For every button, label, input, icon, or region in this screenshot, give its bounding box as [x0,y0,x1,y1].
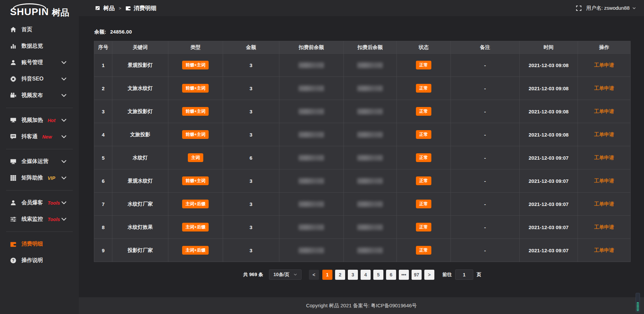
sidebar-item-视频加热[interactable]: 视频加热Hot [0,112,79,128]
keyword-cell: 水纹灯效果 [112,216,168,239]
sidebar-item-会员爆客[interactable]: 会员爆客Tools [0,195,79,211]
status-badge: 正常 [396,193,450,216]
keyword-cell: 水纹灯厂家 [112,193,168,216]
status-badge: 正常 [416,61,431,69]
keyword-cell: 文旅水纹灯 [112,77,168,100]
more-pages-button[interactable]: ••• [399,270,409,280]
work-order-link[interactable]: 工单申请 [594,247,614,253]
next-page-button[interactable]: > [424,270,434,280]
pagination: 共 969 条 10条/页 < 123456•••97 > 前往 页 [94,269,631,280]
chevron-down-icon [61,92,67,99]
column-header: 状态 [396,41,450,54]
balance-before-redacted [279,169,343,193]
time-cell: 2021-12-03 09:07 [519,146,578,169]
page-button-2[interactable]: 2 [335,270,345,280]
work-order-link: 工单申请 [578,100,631,123]
page-size-select[interactable]: 10条/页 [269,269,301,280]
balance-after-redacted [357,155,383,161]
balance-after-redacted [343,100,396,123]
page-button-6[interactable]: 6 [386,270,396,280]
topbar: 树品 > 消费明细 用户名: zswodun88 [79,0,644,16]
fullscreen-icon[interactable] [576,5,582,11]
sidebar-item-数据总览[interactable]: 数据总览 [0,38,79,54]
time-cell: 2021-12-03 09:07 [519,239,578,262]
table-header-row: 序号关键词类型金额扣费前余额扣费后余额状态备注时间操作 [94,41,631,54]
work-order-link[interactable]: 工单申请 [594,155,614,160]
balance-before-redacted [279,146,343,169]
column-header: 金额 [223,41,279,54]
sidebar-item-抖音SEO[interactable]: 抖音SEO [0,71,79,87]
sidebar-item-label: 视频加热 [21,117,43,124]
sidebar-item-全媒体运营[interactable]: 全媒体运营 [0,153,79,170]
sidebar-item-操作说明[interactable]: ?操作说明 [0,252,79,269]
sidebar-item-账号管理[interactable]: 账号管理 [0,54,79,71]
sidebar-item-badge: New [42,134,52,140]
amount-cell: 3 [223,169,279,193]
table-row: 1景观投影灯前缀+主词3正常-2021-12-03 09:08工单申请 [94,54,631,77]
sidebar-item-矩阵助推[interactable]: 矩阵助推VIP [0,170,79,186]
balance-before-redacted [279,216,343,239]
page-button-1[interactable]: 1 [322,270,332,280]
type-badge: 前缀+主词 [168,100,223,123]
gear-icon [10,76,16,82]
page-button-97[interactable]: 97 [412,270,422,280]
note-cell: - [451,193,520,216]
work-order-link[interactable]: 工单申请 [594,62,614,68]
page-button-5[interactable]: 5 [373,270,383,280]
goto-page-input[interactable] [455,269,473,280]
work-order-link[interactable]: 工单申请 [594,178,614,184]
breadcrumb-separator: > [119,6,121,11]
balance-after-redacted [343,54,396,77]
sliders-icon [10,216,16,222]
note-cell: - [451,169,520,193]
work-order-link[interactable]: 工单申请 [594,201,614,207]
menu-divider [6,190,73,191]
work-order-link[interactable]: 工单申请 [594,132,614,137]
breadcrumb-item-home[interactable]: 树品 [103,4,115,12]
time-cell: 2021-12-03 09:07 [519,193,578,216]
question-icon: ? [10,257,16,264]
username[interactable]: 用户名: zswodun88 [586,5,630,11]
work-order-link[interactable]: 工单申请 [594,108,614,114]
balance-before-redacted [299,86,324,91]
type-badge: 前缀+主词 [182,61,209,69]
table-row: 8水纹灯效果主词+后缀3正常-2021-12-03 09:07工单申请 [94,216,631,239]
sidebar-item-视频发布[interactable]: 视频发布 [0,87,79,104]
balance-after-redacted [357,248,383,253]
time-cell: 2021-12-03 09:08 [519,123,578,146]
sidebar-item-badge: Hot [48,118,55,123]
prev-page-button[interactable]: < [309,270,319,280]
goto-unit: 页 [477,272,481,278]
sidebar-item-消费明细[interactable]: 消费明细 [0,236,79,252]
note-cell: - [451,239,520,262]
row-index: 9 [94,239,112,262]
work-order-link: 工单申请 [578,123,631,146]
video-camera-icon [10,92,16,99]
sidebar-item-线索监控[interactable]: 线索监控Tools [0,211,79,227]
breadcrumb: 树品 > 消费明细 [95,4,157,12]
amount-cell: 3 [223,216,279,239]
type-badge: 前缀+主词 [168,169,223,193]
balance-after-redacted [357,132,383,138]
chevron-down-icon[interactable] [632,6,636,10]
chevron-down-icon [61,175,67,181]
sidebar-item-label: 抖客通 [21,133,38,140]
status-badge: 正常 [396,239,450,262]
page-button-3[interactable]: 3 [348,270,358,280]
page-button-4[interactable]: 4 [361,270,371,280]
mini-scrollbar[interactable] [636,293,640,312]
panel-icon [95,5,100,11]
work-order-link[interactable]: 工单申请 [594,224,614,230]
sidebar-item-label: 抖音SEO [21,75,44,83]
balance-before-redacted [299,201,324,207]
work-order-link[interactable]: 工单申请 [594,85,614,91]
type-badge: 主词 [188,153,203,162]
chevron-down-icon [61,59,67,66]
balance-before-redacted [299,178,324,184]
main-content: 余额: 24856.00 序号关键词类型金额扣费前余额扣费后余额状态备注时间操作… [79,16,644,297]
balance-before-redacted [279,193,343,216]
keyword-cell: 水纹灯 [112,146,168,169]
sidebar-item-抖客通[interactable]: 抖客通New [0,128,79,145]
sidebar-item-首页[interactable]: 首页 [0,21,79,38]
time-cell: 2021-12-03 09:08 [519,77,578,100]
